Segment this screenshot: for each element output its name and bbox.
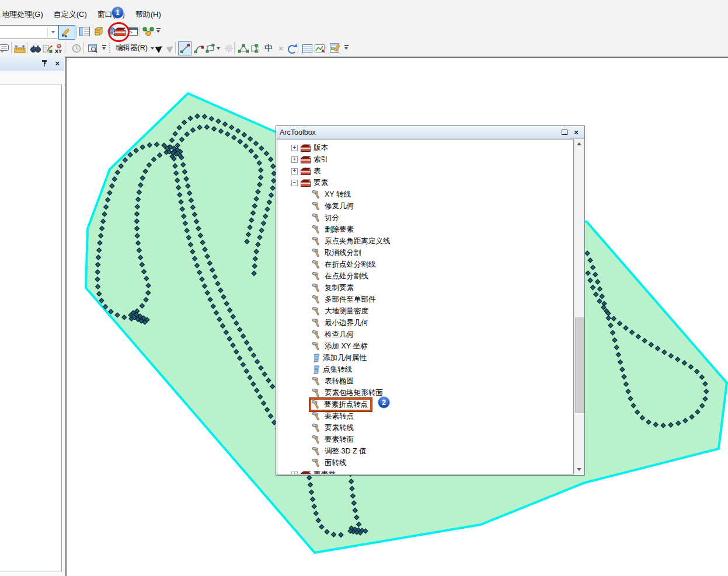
toolbar-overflow-button[interactable] [155,28,161,33]
tree-category[interactable]: +索引 [277,153,573,165]
tree-tool[interactable]: 在折点处分割线 [277,259,573,270]
model-builder-button[interactable] [142,25,155,38]
expand-icon[interactable]: + [291,168,298,174]
straight-segment-icon [180,44,190,53]
create-features-button[interactable] [329,41,342,54]
menu-item-help[interactable]: 帮助(H) [130,8,166,22]
arctoolbox-window[interactable]: ArcToolbox × +版本+索引+表−要素XY 转线修复几何切分删除要素原… [276,125,585,476]
expand-icon[interactable]: + [291,145,298,151]
tree-tool[interactable]: 要素折点转点 [277,399,573,410]
hammer-icon [312,424,322,432]
tree-tool[interactable]: 检查几何 [277,329,573,340]
hyperlink-route-button[interactable] [41,42,54,55]
tree-label: 要素转线 [325,423,354,433]
pin-icon[interactable] [41,60,48,67]
tree-tool[interactable]: 复制要素 [277,282,573,294]
close-icon[interactable]: × [55,60,60,67]
rotate-tool-button[interactable] [285,43,298,55]
script-icon [312,365,320,374]
scroll-down-icon[interactable] [574,465,584,474]
chevron-down-icon[interactable] [51,31,55,33]
tree-tool[interactable]: XY 转线 [277,188,573,200]
tree-tool[interactable]: 添加 XY 坐标 [277,340,573,352]
collapse-icon[interactable]: − [291,180,298,186]
menu-item-customize[interactable]: 自定义(C) [48,8,92,22]
tree-tool[interactable]: 调整 3D Z 值 [277,445,573,457]
time-slider-button[interactable] [70,42,83,55]
tree-label: 最小边界几何 [325,318,368,328]
tree-tool[interactable]: 多部件至单部件 [277,294,573,305]
scroll-up-icon[interactable] [574,139,584,149]
tree-tool[interactable]: 删除要素 [277,224,573,235]
expand-icon[interactable]: + [291,156,298,163]
hammer-icon [312,190,322,199]
catalog-button[interactable] [92,25,105,38]
tree-category[interactable]: +版本 [277,142,573,153]
chevron-down-icon [102,47,106,50]
contents-list-button[interactable] [78,25,91,38]
reshape-feature-icon [238,44,249,53]
tree-label: XY 转线 [325,190,351,200]
tree-tool[interactable]: 原点夹角距离定义线 [277,235,573,247]
arctoolbox-titlebar[interactable]: ArcToolbox × [276,126,584,139]
scroll-thumb[interactable] [575,317,584,413]
hammer-icon [312,412,322,421]
tree-tool[interactable]: 点集转线 [277,364,573,375]
split-tool-button[interactable] [249,42,262,55]
tree-category[interactable]: −要素 [277,177,573,188]
arc-segment-button[interactable] [193,42,205,55]
straight-segment-button[interactable] [178,41,191,55]
attributes-button[interactable] [301,42,314,55]
close-icon[interactable]: × [572,128,581,137]
toolbar-overflow-button[interactable] [101,45,107,50]
tree-category[interactable]: +要素类 [277,469,573,474]
sketch-properties-button[interactable] [313,42,326,55]
measure-button[interactable] [13,42,26,55]
toolbar-overflow-button[interactable] [343,45,349,50]
tree-tool[interactable]: 要素转点 [277,410,573,422]
tree-tool[interactable]: 取消线分割 [277,247,573,259]
edit-sketch-button[interactable] [58,25,75,40]
hammer-icon [312,307,322,316]
layer-combobox[interactable] [0,25,58,39]
arc-segment-icon [194,44,204,53]
tree-tool[interactable]: 要素包络矩形转面 [277,387,573,399]
reshape-feature-button[interactable] [237,42,250,55]
tree-label: 要素转面 [325,435,354,445]
toolbox-scrollbar[interactable] [574,139,584,474]
tree-label: 原点夹角距离定义线 [325,236,391,246]
tree-tool[interactable]: 表转椭圆 [277,375,573,387]
tree-label: 复制要素 [325,283,354,293]
tree-tool[interactable]: 面转线 [277,457,573,469]
merge-tool-button[interactable]: 中 [262,42,275,55]
tree-label: 在折点处分割线 [325,260,376,270]
tree-label: 切分 [325,213,339,223]
viewer-window-button[interactable] [86,42,99,55]
menu-item-window[interactable]: 窗口(W) [92,8,130,22]
editor-menu-button[interactable]: 编辑器(R) [112,41,158,55]
find-button[interactable] [29,42,42,55]
toolbox-icon [301,179,311,187]
tree-tool[interactable]: 大地测量密度 [277,305,573,317]
expand-icon[interactable]: + [291,472,298,475]
tree-tool[interactable]: 添加几何属性 [277,352,573,364]
tree-tool[interactable]: 切分 [277,212,573,224]
midpoint-button[interactable] [222,42,235,55]
tree-tool[interactable]: 要素转面 [277,434,573,445]
tree-category[interactable]: +表 [277,165,573,177]
tree-tool[interactable]: 修复几何 [277,200,573,212]
tree-tool[interactable]: 要素转线 [277,422,573,434]
tree-label: 要素包络矩形转面 [325,388,383,398]
trace-shape-button[interactable] [205,42,220,55]
toc-panel-titlebar[interactable]: × [0,57,64,71]
tree-label: 在点处分割线 [325,271,368,281]
identify-bubble-button[interactable] [0,42,11,55]
go-to-xy-button[interactable]: XY [53,42,65,55]
menu-item-geoprocessing[interactable]: 地理处理(G) [0,8,48,22]
float-window-icon[interactable] [560,128,569,137]
tree-tool[interactable]: 在点处分割线 [277,270,573,282]
editor-toolbar-row: XY 编辑器(R) 中 × [0,40,728,57]
tree-tool[interactable]: 最小边界几何 [277,317,573,329]
hammer-icon [312,225,322,234]
catalog-icon [94,27,103,36]
